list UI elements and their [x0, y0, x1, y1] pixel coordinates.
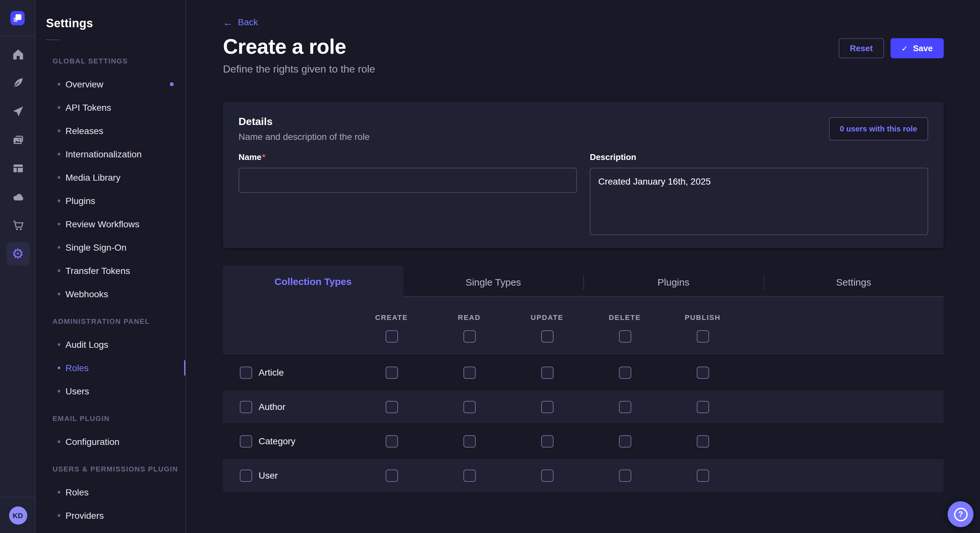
feather-icon[interactable] [6, 71, 30, 95]
subnav-section: USERS & PERMISSIONS PLUGINRolesProviders [36, 465, 185, 527]
subnav-item-media-library[interactable]: Media Library [36, 166, 185, 189]
bullet-icon [58, 176, 60, 179]
subnav-item-single-sign-on[interactable]: Single Sign-On [36, 236, 185, 259]
article-delete-checkbox[interactable] [619, 366, 631, 379]
details-subtitle: Name and description of the role [239, 132, 370, 142]
author-read-checkbox[interactable] [463, 401, 476, 413]
permissions-header: CREATEREADUPDATEDELETEPUBLISH [223, 297, 944, 355]
permission-row-category: Category [223, 424, 944, 458]
row-label-text: User [259, 470, 278, 481]
perm-col-update: UPDATE [508, 314, 586, 321]
user-read-checkbox[interactable] [463, 469, 476, 482]
media-library-icon[interactable] [6, 128, 30, 152]
back-label: Back [238, 17, 258, 27]
subnav-section: GLOBAL SETTINGSOverviewAPI TokensRelease… [36, 57, 185, 306]
save-button[interactable]: ✓ Save [890, 38, 944, 58]
select-all-create-checkbox[interactable] [385, 330, 398, 343]
subnav-item-label: Media Library [65, 172, 121, 182]
home-icon[interactable] [6, 43, 30, 66]
category-read-checkbox[interactable] [463, 435, 476, 447]
help-button[interactable]: ? [948, 501, 974, 527]
article-read-checkbox[interactable] [463, 366, 476, 379]
select-all-read-checkbox[interactable] [463, 330, 476, 343]
author-delete-checkbox[interactable] [619, 401, 631, 413]
settings-gear-icon[interactable]: ⚙ [6, 242, 30, 265]
cloud-icon[interactable] [6, 185, 30, 209]
marketplace-cart-icon[interactable] [6, 214, 30, 237]
checkbox-cell [664, 330, 741, 343]
subnav-item-api-tokens[interactable]: API Tokens [36, 96, 185, 119]
user-create-checkbox[interactable] [385, 469, 398, 482]
permission-row-author: Author [223, 389, 944, 424]
strapi-logo[interactable] [10, 11, 25, 25]
tab-plugins[interactable]: Plugins [583, 268, 764, 296]
rail-logo-area [0, 0, 35, 36]
author-publish-checkbox[interactable] [697, 401, 709, 413]
check-icon: ✓ [901, 44, 908, 52]
permission-rows: ArticleAuthorCategoryUser [223, 355, 944, 492]
permission-row-user: User [223, 458, 944, 492]
checkbox-cell [664, 366, 741, 379]
subnav-item-roles[interactable]: Roles [36, 481, 185, 504]
subnav-item-transfer-tokens[interactable]: Transfer Tokens [36, 259, 185, 282]
select-row-author-checkbox[interactable] [240, 401, 252, 413]
user-publish-checkbox[interactable] [697, 469, 709, 482]
subnav-section: EMAIL PLUGINConfiguration [36, 414, 185, 453]
checkbox-cell [586, 435, 664, 447]
subnav-item-overview[interactable]: Overview [36, 73, 185, 96]
select-row-user-checkbox[interactable] [240, 469, 252, 482]
user-update-checkbox[interactable] [541, 469, 553, 482]
back-link[interactable]: ← Back [223, 17, 258, 27]
subnav-item-label: Configuration [65, 436, 119, 447]
article-publish-checkbox[interactable] [697, 366, 709, 379]
category-update-checkbox[interactable] [541, 435, 553, 447]
description-textarea[interactable]: Created January 16th, 2025 [590, 168, 928, 235]
select-all-publish-checkbox[interactable] [697, 330, 709, 343]
subnav-item-label: Internationalization [65, 149, 142, 159]
subnav-item-review-workflows[interactable]: Review Workflows [36, 213, 185, 236]
tab-collection-types[interactable]: Collection Types [223, 265, 403, 297]
article-create-checkbox[interactable] [385, 366, 398, 379]
row-label-text: Article [259, 367, 284, 378]
users-with-role-button[interactable]: 0 users with this role [829, 117, 928, 141]
subnav-item-internationalization[interactable]: Internationalization [36, 143, 185, 166]
select-all-delete-checkbox[interactable] [619, 330, 631, 343]
bullet-icon [58, 246, 60, 249]
category-publish-checkbox[interactable] [697, 435, 709, 447]
select-row-category-checkbox[interactable] [240, 435, 252, 447]
subnav-list: Audit LogsRolesUsers [36, 333, 185, 403]
checkbox-cell [586, 366, 664, 379]
category-create-checkbox[interactable] [385, 435, 398, 447]
author-create-checkbox[interactable] [385, 401, 398, 413]
checkbox-cell [586, 401, 664, 413]
checkbox-cell [430, 330, 508, 343]
subnav-item-releases[interactable]: Releases [36, 119, 185, 143]
user-avatar[interactable]: KD [9, 506, 27, 524]
category-delete-checkbox[interactable] [619, 435, 631, 447]
subnav-section: ADMINISTRATION PANELAudit LogsRolesUsers [36, 317, 185, 403]
permissions-tabs: Collection TypesSingle TypesPluginsSetti… [223, 268, 944, 297]
main-content: ← Back Create a role Define the rights g… [186, 0, 980, 533]
reset-button[interactable]: Reset [839, 38, 884, 58]
tab-settings[interactable]: Settings [764, 268, 944, 296]
description-field-group: Description Created January 16th, 2025 [590, 151, 928, 238]
subnav-item-users[interactable]: Users [36, 379, 185, 403]
tab-single-types[interactable]: Single Types [403, 268, 583, 296]
subnav-item-audit-logs[interactable]: Audit Logs [36, 333, 185, 356]
subnav-item-webhooks[interactable]: Webhooks [36, 282, 185, 306]
select-row-article-checkbox[interactable] [240, 366, 252, 379]
user-delete-checkbox[interactable] [619, 469, 631, 482]
checkbox-cell [586, 469, 664, 482]
article-update-checkbox[interactable] [541, 366, 553, 379]
subnav-item-configuration[interactable]: Configuration [36, 430, 185, 453]
rail-icon-list: ⚙ [0, 43, 36, 265]
subnav-item-providers[interactable]: Providers [36, 504, 185, 527]
name-input[interactable] [239, 168, 577, 193]
subnav-item-plugins[interactable]: Plugins [36, 189, 185, 213]
content-type-builder-icon[interactable] [6, 157, 30, 180]
select-all-update-checkbox[interactable] [541, 330, 553, 343]
send-icon[interactable] [6, 100, 30, 123]
bullet-icon [58, 440, 60, 443]
author-update-checkbox[interactable] [541, 401, 553, 413]
subnav-item-roles[interactable]: Roles [36, 356, 185, 379]
